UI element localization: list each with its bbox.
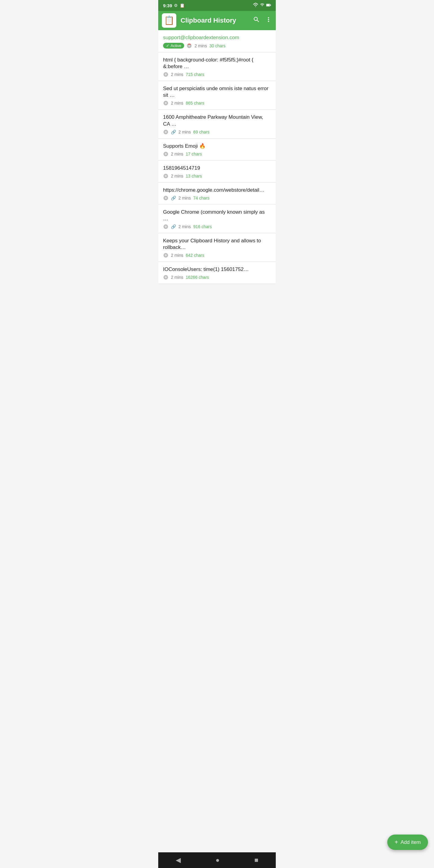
item-time-5: 2 mins <box>171 152 183 156</box>
item-meta-8: 🔗 2 mins 916 chars <box>163 224 271 229</box>
svg-rect-2 <box>270 4 271 6</box>
svg-point-26 <box>165 226 166 227</box>
clipboard-list: support@clipboardextension.com Active 2 … <box>158 30 276 284</box>
item-chars-4: 69 chars <box>193 130 210 134</box>
svg-point-5 <box>189 45 190 46</box>
item-chars-3: 865 chars <box>186 101 204 105</box>
svg-point-11 <box>165 102 166 104</box>
item-meta-5: 2 mins 17 chars <box>163 151 271 157</box>
item-meta-4: 🔗 2 mins 69 chars <box>163 129 271 135</box>
svg-point-23 <box>165 197 166 198</box>
signal-icon <box>260 3 264 8</box>
search-button[interactable] <box>253 16 260 25</box>
item-meta-3: 2 mins 865 chars <box>163 100 271 106</box>
item-text-8: Google Chrome (commonly known simply as … <box>163 209 271 222</box>
item-chars-5: 17 chars <box>186 152 202 156</box>
item-time-10: 2 mins <box>171 275 183 280</box>
battery-icon <box>266 3 271 8</box>
svg-point-29 <box>165 255 166 256</box>
item-meta-6: 2 mins 13 chars <box>163 173 271 179</box>
link-icon-4: 🔗 <box>171 130 176 134</box>
item-text-2: html { background-color: #f5f5f5;}#root … <box>163 57 271 70</box>
item-chars-2: 715 chars <box>186 72 204 77</box>
item-chars-7: 74 chars <box>193 195 210 200</box>
status-right <box>253 3 271 8</box>
clipboard-status-icon: 📋 <box>180 3 185 8</box>
chrome-icon-6 <box>163 173 168 179</box>
chrome-icon-1 <box>187 43 192 49</box>
item-meta-9: 2 mins 642 chars <box>163 253 271 258</box>
item-chars-1: 30 chars <box>210 43 226 48</box>
item-chars-10: 16266 chars <box>186 275 209 280</box>
link-icon-7: 🔗 <box>171 195 176 200</box>
item-time-8: 2 mins <box>179 224 191 229</box>
clipboard-item-10[interactable]: IOConsoleUsers: time(1) 15601752… 2 mins… <box>158 262 276 284</box>
clipboard-item-4[interactable]: 1600 Amphitheatre Parkway Mountain View,… <box>158 110 276 138</box>
clipboard-item-1[interactable]: support@clipboardextension.com Active 2 … <box>158 30 276 53</box>
item-text-3: Sed ut perspiciatis unde omnis iste natu… <box>163 85 271 98</box>
svg-point-8 <box>165 74 166 75</box>
item-time-9: 2 mins <box>171 253 183 258</box>
item-meta-10: 2 mins 16266 chars <box>163 275 271 280</box>
chrome-icon-5 <box>163 151 168 157</box>
clipboard-item-9[interactable]: Keeps your Clipboard History and allows … <box>158 233 276 262</box>
svg-point-20 <box>165 175 166 177</box>
status-left: 9:39 ⚙ 📋 <box>163 3 185 8</box>
app-title: Clipboard History <box>181 17 253 24</box>
item-text-7: https://chrome.google.com/webstore/detai… <box>163 187 271 193</box>
status-time: 9:39 <box>163 3 172 8</box>
status-bar: 9:39 ⚙ 📋 <box>158 0 276 11</box>
svg-point-17 <box>165 153 166 155</box>
wifi-icon <box>253 3 258 8</box>
link-icon-8: 🔗 <box>171 224 176 229</box>
chrome-icon-7 <box>163 195 168 201</box>
clipboard-item-8[interactable]: Google Chrome (commonly known simply as … <box>158 205 276 233</box>
clipboard-item-7[interactable]: https://chrome.google.com/webstore/detai… <box>158 183 276 205</box>
app-bar-actions <box>253 16 272 25</box>
item-time-4: 2 mins <box>179 130 191 134</box>
item-time-7: 2 mins <box>179 195 191 200</box>
chrome-icon-10 <box>163 275 168 280</box>
item-meta-7: 🔗 2 mins 74 chars <box>163 195 271 201</box>
item-meta-2: 2 mins 715 chars <box>163 72 271 77</box>
item-time-6: 2 mins <box>171 174 183 179</box>
svg-rect-1 <box>267 4 270 6</box>
item-meta-1: Active 2 mins 30 chars <box>163 43 271 49</box>
svg-point-14 <box>165 131 166 133</box>
item-text-1: support@clipboardextension.com <box>163 34 271 41</box>
item-chars-9: 642 chars <box>186 253 204 258</box>
svg-point-32 <box>165 277 166 278</box>
item-time-2: 2 mins <box>171 72 183 77</box>
item-text-6: 1581964514719 <box>163 165 271 172</box>
item-text-10: IOConsoleUsers: time(1) 15601752… <box>163 266 271 273</box>
item-text-5: Supports Emoji 🔥 <box>163 143 271 150</box>
chrome-icon-3 <box>163 100 168 106</box>
app-icon: 📋 <box>162 13 176 28</box>
item-chars-8: 916 chars <box>193 224 212 229</box>
clipboard-item-3[interactable]: Sed ut perspiciatis unde omnis iste natu… <box>158 81 276 110</box>
item-time-3: 2 mins <box>171 101 183 105</box>
clipboard-item-2[interactable]: html { background-color: #f5f5f5;}#root … <box>158 53 276 81</box>
more-options-button[interactable] <box>265 16 272 25</box>
clipboard-item-6[interactable]: 1581964514719 2 mins 13 chars <box>158 161 276 183</box>
chrome-icon-9 <box>163 253 168 258</box>
item-time-1: 2 mins <box>194 43 207 48</box>
item-text-9: Keeps your Clipboard History and allows … <box>163 238 271 251</box>
settings-icon: ⚙ <box>174 3 178 8</box>
app-icon-emoji: 📋 <box>164 16 175 25</box>
item-chars-6: 13 chars <box>186 174 202 179</box>
app-bar: 📋 Clipboard History <box>158 11 276 30</box>
chrome-icon-2 <box>163 72 168 77</box>
chrome-icon-4 <box>163 129 168 135</box>
chrome-icon-8 <box>163 224 168 229</box>
clipboard-item-5[interactable]: Supports Emoji 🔥 2 mins 17 chars <box>158 138 276 161</box>
item-text-4: 1600 Amphitheatre Parkway Mountain View,… <box>163 114 271 127</box>
active-badge: Active <box>163 43 184 49</box>
